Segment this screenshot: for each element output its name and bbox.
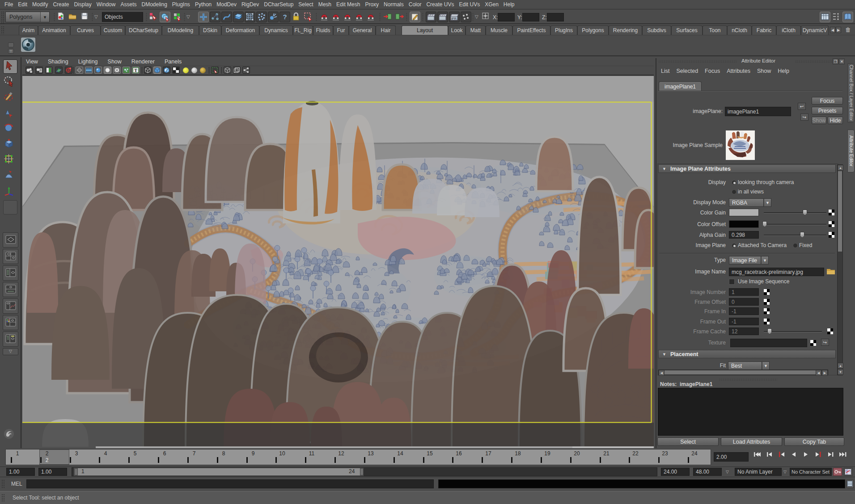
svg-text:IPR: IPR <box>451 17 457 20</box>
svg-text:?: ? <box>283 13 287 21</box>
svg-text:T: T <box>134 68 137 73</box>
